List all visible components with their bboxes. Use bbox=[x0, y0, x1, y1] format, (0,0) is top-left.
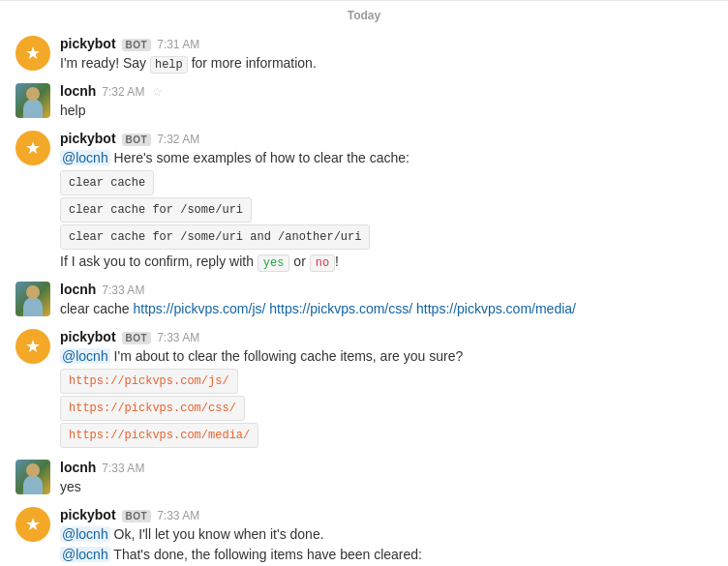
message-header: pickybot BOT 7:32 AM bbox=[60, 131, 713, 146]
message-text: clear cache https://pickvps.com/js/ http… bbox=[60, 299, 713, 319]
username: pickybot bbox=[60, 131, 116, 146]
mention: @locnh bbox=[60, 348, 110, 364]
link[interactable]: https://pickvps.com/media/ bbox=[416, 301, 576, 316]
message-content: locnh 7:33 AM clear cache https://pickvp… bbox=[60, 282, 713, 319]
message-text: @locnh Here's some examples of how to cl… bbox=[60, 148, 713, 272]
avatar bbox=[15, 83, 50, 118]
star-icon[interactable]: ☆ bbox=[152, 85, 163, 99]
mention: @locnh bbox=[60, 150, 110, 165]
bot-badge: BOT bbox=[122, 332, 152, 344]
timestamp: 7:32 AM bbox=[157, 133, 199, 146]
timestamp: 7:33 AM bbox=[102, 462, 144, 475]
timestamp: 7:31 AM bbox=[157, 38, 199, 51]
username: locnh bbox=[60, 282, 96, 297]
avatar bbox=[15, 460, 50, 494]
code-block: clear cache for /some/uri bbox=[60, 197, 252, 223]
message-header: pickybot BOT 7:33 AM bbox=[60, 329, 713, 344]
avatar bbox=[15, 282, 50, 316]
message-header: pickybot BOT 7:31 AM bbox=[60, 36, 713, 51]
username: locnh bbox=[60, 460, 96, 475]
timestamp: 7:32 AM bbox=[102, 85, 144, 99]
message-content: locnh 7:32 AM ☆ help bbox=[60, 83, 713, 121]
username: pickybot bbox=[60, 507, 116, 522]
avatar: ★ bbox=[15, 36, 50, 71]
message-text: help bbox=[60, 101, 713, 121]
url-code: https://pickvps.com/css/ bbox=[60, 396, 245, 421]
link[interactable]: https://pickvps.com/css/ bbox=[269, 301, 412, 316]
link[interactable]: https://pickvps.com/js/ bbox=[133, 301, 265, 316]
bot-badge: BOT bbox=[122, 134, 152, 146]
code-block: clear cache bbox=[60, 170, 154, 195]
message-row: ★ pickybot BOT 7:31 AM I'm ready! Say he… bbox=[0, 30, 728, 77]
avatar: ★ bbox=[15, 507, 50, 542]
mention: @locnh bbox=[60, 547, 110, 562]
message-text: I'm ready! Say help for more information… bbox=[60, 53, 713, 74]
message-text: @locnh Ok, I'll let you know when it's d… bbox=[60, 524, 713, 566]
timestamp: 7:33 AM bbox=[102, 283, 144, 297]
message-row: ★ pickybot BOT 7:33 AM @locnh Ok, I'll l… bbox=[0, 501, 728, 566]
avatar: ★ bbox=[15, 329, 50, 364]
username: pickybot bbox=[60, 329, 116, 344]
message-content: pickybot BOT 7:31 AM I'm ready! Say help… bbox=[60, 36, 713, 74]
mention: @locnh bbox=[60, 526, 110, 542]
message-content: pickybot BOT 7:33 AM @locnh I'm about to… bbox=[60, 329, 713, 450]
message-text: yes bbox=[60, 477, 713, 497]
yes-badge: yes bbox=[258, 254, 290, 272]
bot-badge: BOT bbox=[122, 510, 152, 522]
message-header: locnh 7:33 AM bbox=[60, 282, 713, 297]
chat-container: Today ★ pickybot BOT 7:31 AM I'm ready! … bbox=[0, 0, 728, 566]
message-header: pickybot BOT 7:33 AM bbox=[60, 507, 713, 522]
username: pickybot bbox=[60, 36, 116, 51]
username: locnh bbox=[60, 83, 96, 99]
message-row: locnh 7:33 AM clear cache https://pickvp… bbox=[0, 276, 728, 323]
message-row: locnh 7:33 AM yes bbox=[0, 454, 728, 501]
url-code: https://pickvps.com/media/ bbox=[60, 423, 258, 448]
message-row: locnh 7:32 AM ☆ help bbox=[0, 77, 728, 125]
message-header: locnh 7:33 AM bbox=[60, 460, 713, 475]
timestamp: 7:33 AM bbox=[157, 509, 199, 522]
message-content: locnh 7:33 AM yes bbox=[60, 460, 713, 497]
message-content: pickybot BOT 7:32 AM @locnh Here's some … bbox=[60, 131, 713, 272]
message-header: locnh 7:32 AM ☆ bbox=[60, 83, 713, 99]
message-content: pickybot BOT 7:33 AM @locnh Ok, I'll let… bbox=[60, 507, 713, 566]
inline-code: help bbox=[150, 56, 188, 74]
message-row: ★ pickybot BOT 7:32 AM @locnh Here's som… bbox=[0, 125, 728, 276]
url-code: https://pickvps.com/js/ bbox=[60, 369, 238, 394]
avatar: ★ bbox=[15, 131, 50, 165]
timestamp: 7:33 AM bbox=[157, 331, 199, 344]
bot-badge: BOT bbox=[122, 39, 152, 51]
message-text: @locnh I'm about to clear the following … bbox=[60, 346, 713, 448]
message-row: ★ pickybot BOT 7:33 AM @locnh I'm about … bbox=[0, 323, 728, 454]
date-divider: Today bbox=[0, 0, 728, 26]
code-block: clear cache for /some/uri and /another/u… bbox=[60, 224, 370, 250]
no-badge: no bbox=[310, 254, 335, 272]
